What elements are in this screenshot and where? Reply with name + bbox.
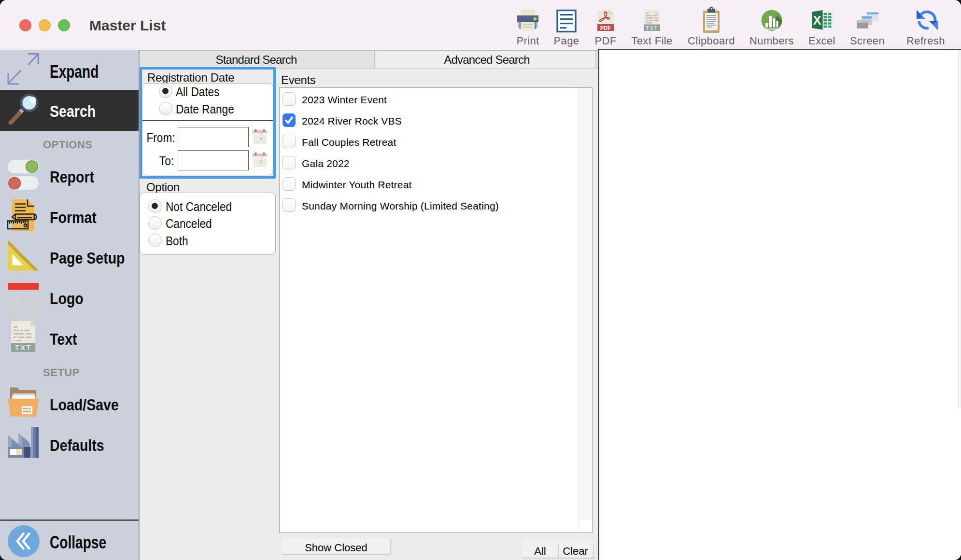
svg-text:TXT: TXT — [646, 25, 658, 31]
svg-text:TXT: TXT — [15, 343, 31, 351]
svg-text:X: X — [813, 14, 821, 27]
svg-text:PDF: PDF — [600, 25, 611, 31]
